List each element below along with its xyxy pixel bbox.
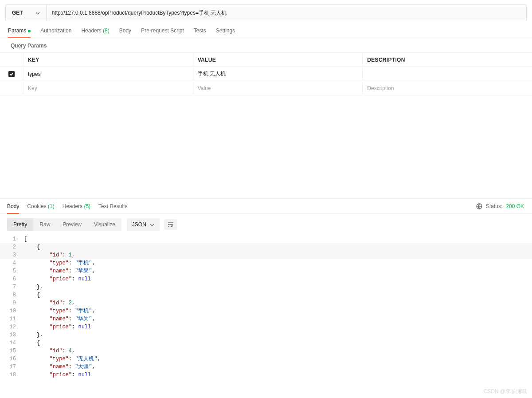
tab-prerequest[interactable]: Pre-request Script [141, 28, 184, 38]
code-line: 15 "id": 4, [0, 347, 532, 355]
viewer-controls: Pretty Raw Preview Visualize JSON [0, 214, 532, 235]
tab-body[interactable]: Body [119, 28, 131, 38]
code-line: 16 "type": "无人机", [0, 355, 532, 363]
request-url-input[interactable] [47, 5, 526, 21]
code-line: 14 { [0, 339, 532, 347]
code-line: 7 }, [0, 283, 532, 291]
param-description-input[interactable] [367, 71, 528, 77]
code-line: 10 "type": "手机", [0, 307, 532, 315]
param-value-input[interactable] [198, 71, 358, 77]
code-line: 8 { [0, 291, 532, 299]
tab-settings[interactable]: Settings [216, 28, 235, 38]
response-tab-testresults[interactable]: Test Results [98, 203, 127, 213]
code-line: 2 { [0, 243, 532, 251]
table-header: KEY VALUE DESCRIPTION [0, 53, 532, 67]
query-params-table: KEY VALUE DESCRIPTION [0, 52, 532, 95]
code-line: 13 }, [0, 331, 532, 339]
http-method-label: GET [12, 10, 23, 16]
param-key-input[interactable] [28, 71, 188, 77]
tab-authorization[interactable]: Authorization [40, 28, 71, 38]
code-line: 3 "id": 1, [0, 251, 532, 259]
tab-headers[interactable]: Headers (8) [81, 28, 109, 38]
tab-params[interactable]: Params [8, 28, 31, 38]
view-visualize[interactable]: Visualize [88, 218, 121, 231]
view-raw[interactable]: Raw [33, 218, 56, 231]
code-line: 17 "name": "大疆", [0, 363, 532, 371]
new-param-key-input[interactable] [28, 85, 188, 91]
code-line: 11 "name": "华为", [0, 315, 532, 323]
code-line: 18 "price": null [0, 371, 532, 379]
code-line: 12 "price": null [0, 323, 532, 331]
chevron-down-icon [35, 11, 40, 15]
chevron-down-icon [150, 222, 154, 227]
view-mode-segment: Pretty Raw Preview Visualize [7, 218, 121, 231]
status-value: 200 OK [506, 203, 524, 209]
code-line: 9 "id": 2, [0, 299, 532, 307]
response-tab-body[interactable]: Body [7, 203, 19, 213]
status-label: Status: [486, 203, 502, 209]
query-params-label: Query Params [0, 38, 532, 52]
code-line: 5 "name": "苹果", [0, 267, 532, 275]
response-status: Status: 200 OK [476, 203, 524, 213]
response-tabs: Body Cookies (1) Headers (5) Test Result… [0, 198, 532, 214]
http-method-select[interactable]: GET [6, 5, 47, 21]
table-row [0, 67, 532, 81]
view-preview[interactable]: Preview [56, 218, 88, 231]
view-pretty[interactable]: Pretty [7, 218, 33, 231]
response-tab-cookies[interactable]: Cookies (1) [27, 203, 54, 213]
response-body-viewer[interactable]: 1[2 {3 "id": 1,4 "type": "手机",5 "name": … [0, 235, 532, 379]
response-format-select[interactable]: JSON [127, 218, 160, 231]
wrap-lines-button[interactable] [164, 219, 177, 230]
col-key: KEY [23, 54, 193, 66]
code-line: 1[ [0, 235, 532, 243]
params-modified-dot [28, 30, 31, 32]
response-tab-headers[interactable]: Headers (5) [63, 203, 90, 213]
param-enabled-checkbox[interactable] [8, 71, 15, 77]
globe-icon [476, 203, 482, 209]
col-description: DESCRIPTION [362, 54, 532, 66]
code-line: 4 "type": "手机", [0, 259, 532, 267]
table-row-new [0, 81, 532, 95]
request-tabs: Params Authorization Headers (8) Body Pr… [0, 21, 532, 38]
col-value: VALUE [193, 54, 363, 66]
new-param-description-input[interactable] [367, 85, 528, 91]
code-line: 6 "price": null [0, 275, 532, 283]
new-param-value-input[interactable] [198, 85, 358, 91]
request-bar: GET [5, 4, 527, 21]
tab-tests[interactable]: Tests [194, 28, 206, 38]
